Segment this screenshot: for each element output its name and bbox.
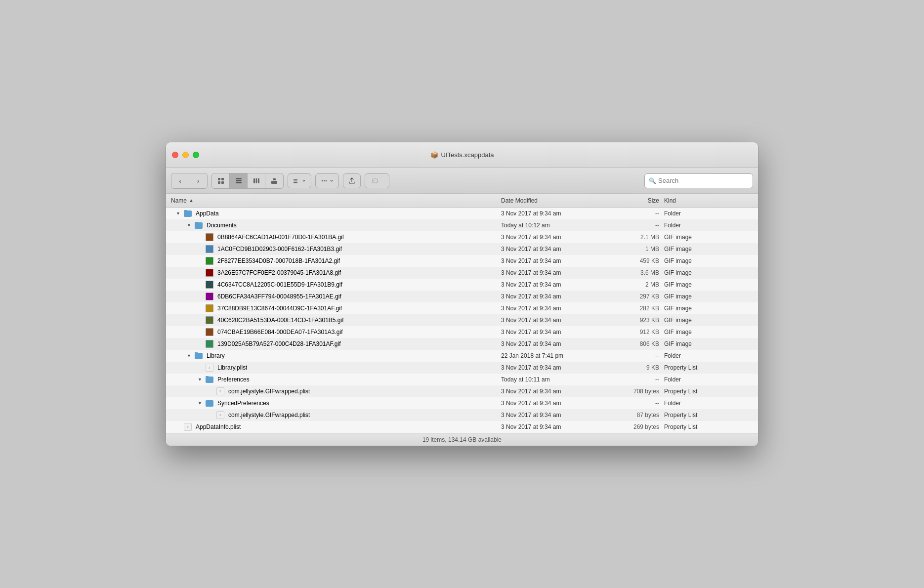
file-kind: Property List	[664, 423, 753, 430]
list-item[interactable]: ≡ com.jellystyle.GIFwrapped.plist 3 Nov …	[166, 385, 758, 397]
list-item[interactable]: ▼ Documents Today at 10:12 am--Folder	[166, 219, 758, 231]
list-item[interactable]: 2F8277EE3534D0B7-0007018B-1FA301A2.gif 3…	[166, 255, 758, 267]
file-date: 3 Nov 2017 at 9:34 am	[501, 305, 610, 312]
file-kind: Folder	[664, 352, 753, 359]
file-date: 3 Nov 2017 at 9:34 am	[501, 364, 610, 371]
file-date: 3 Nov 2017 at 9:34 am	[501, 269, 610, 276]
list-item[interactable]: 37C88DB9E13C8674-00044D9C-1FA301AF.gif 3…	[166, 302, 758, 314]
list-item[interactable]: 40C620C2BA5153DA-000E14CD-1FA301B5.gif 3…	[166, 314, 758, 326]
list-item[interactable]: 0B8864AFC6CAD1A0-001F70D0-1FA301BA.gif 3…	[166, 231, 758, 243]
file-kind: GIF image	[664, 329, 753, 336]
disclosure-triangle[interactable]: ▼	[198, 377, 204, 382]
list-item[interactable]: 3A26E57C7FCF0EF2-00379045-1FA301A8.gif 3…	[166, 267, 758, 279]
arrange-button[interactable]	[288, 173, 311, 188]
file-size: --	[610, 400, 664, 407]
size-column-header[interactable]: Size	[610, 197, 664, 204]
file-kind: Folder	[664, 400, 753, 407]
kind-column-header[interactable]: Kind	[664, 197, 753, 204]
svg-rect-6	[236, 182, 242, 183]
file-date: 3 Nov 2017 at 9:34 am	[501, 210, 610, 217]
file-kind: GIF image	[664, 246, 753, 252]
list-item[interactable]: ▼ Preferences Today at 10:11 am--Folder	[166, 374, 758, 385]
file-name: 4C6347CC8A12205C-001E55D9-1FA301B9.gif	[217, 281, 342, 288]
disclosure-triangle[interactable]: ▼	[198, 401, 204, 406]
file-name: SyncedPreferences	[217, 400, 269, 407]
gif-icon	[206, 245, 213, 253]
date-column-header[interactable]: Date Modified	[501, 197, 610, 204]
disclosure-triangle[interactable]: ▼	[176, 211, 182, 216]
file-kind: GIF image	[664, 234, 753, 241]
svg-point-16	[322, 180, 323, 181]
svg-rect-2	[218, 181, 220, 184]
plist-icon: ≡	[216, 387, 224, 395]
gif-icon	[206, 340, 213, 348]
action-button[interactable]	[315, 173, 339, 188]
file-kind: GIF image	[664, 257, 753, 264]
tag-button[interactable]	[365, 173, 389, 188]
column-view-button[interactable]	[248, 173, 265, 188]
file-date: 3 Nov 2017 at 9:34 am	[501, 400, 610, 407]
list-item[interactable]: ▼ Library 22 Jan 2018 at 7:41 pm--Folder	[166, 350, 758, 362]
list-item[interactable]: ≡ AppDataInfo.plist 3 Nov 2017 at 9:34 a…	[166, 421, 758, 433]
list-view-button[interactable]	[230, 173, 248, 188]
list-item[interactable]: 1AC0FCD9B1D02903-000F6162-1FA301B3.gif 3…	[166, 243, 758, 255]
file-name-cell: 1AC0FCD9B1D02903-000F6162-1FA301B3.gif	[171, 245, 501, 253]
file-name: 074CBAE19B66E084-000DEA07-1FA301A3.gif	[217, 329, 343, 336]
list-item[interactable]: ▼ SyncedPreferences 3 Nov 2017 at 9:34 a…	[166, 397, 758, 409]
file-kind: GIF image	[664, 305, 753, 312]
minimize-button[interactable]	[182, 152, 189, 158]
file-kind: GIF image	[664, 317, 753, 324]
traffic-lights	[172, 152, 199, 158]
back-button[interactable]: ‹	[171, 173, 189, 188]
svg-point-15	[324, 180, 325, 181]
file-name-cell: ≡ com.jellystyle.GIFwrapped.plist	[171, 387, 501, 395]
file-name-cell: ≡ AppDataInfo.plist	[171, 423, 501, 431]
list-item[interactable]: 4C6347CC8A12205C-001E55D9-1FA301B9.gif 3…	[166, 279, 758, 291]
disclosure-triangle[interactable]: ▼	[187, 223, 193, 228]
file-kind: Folder	[664, 376, 753, 383]
file-kind: GIF image	[664, 340, 753, 347]
list-item[interactable]: 074CBAE19B66E084-000DEA07-1FA301A3.gif 3…	[166, 326, 758, 338]
file-kind: GIF image	[664, 269, 753, 276]
file-kind: GIF image	[664, 293, 753, 300]
svg-point-17	[326, 180, 327, 181]
window-title-area: 📦 UITests.xcappdata	[430, 151, 494, 159]
file-kind: Folder	[664, 222, 753, 229]
list-item[interactable]: 139D025A5B79A527-000C4D28-1FA301AF.gif 3…	[166, 338, 758, 350]
list-item[interactable]: ≡ Library.plist 3 Nov 2017 at 9:34 am9 K…	[166, 362, 758, 374]
icon-view-button[interactable]	[212, 173, 230, 188]
file-name: Documents	[207, 222, 237, 229]
file-name: com.jellystyle.GIFwrapped.plist	[228, 388, 310, 395]
name-column-header[interactable]: Name ▲	[171, 197, 501, 204]
file-date: 3 Nov 2017 at 9:34 am	[501, 257, 610, 264]
file-name: 0B8864AFC6CAD1A0-001F70D0-1FA301BA.gif	[217, 234, 344, 241]
file-size: 2.1 MB	[610, 234, 664, 241]
svg-rect-14	[294, 182, 297, 183]
forward-button[interactable]: ›	[189, 173, 207, 188]
svg-rect-7	[253, 178, 255, 183]
close-button[interactable]	[172, 152, 178, 158]
share-button[interactable]	[343, 173, 361, 188]
file-kind: Property List	[664, 388, 753, 395]
file-size: --	[610, 210, 664, 217]
gif-icon	[206, 304, 213, 312]
gallery-view-button[interactable]	[265, 173, 283, 188]
search-bar[interactable]: 🔍	[644, 173, 753, 188]
search-input[interactable]	[658, 177, 749, 184]
maximize-button[interactable]	[193, 152, 199, 158]
svg-rect-11	[273, 178, 276, 180]
list-item[interactable]: 6DB6CFA34A3FF794-00048955-1FA301AE.gif 3…	[166, 291, 758, 302]
document-icon: 📦	[430, 151, 438, 159]
file-name: 139D025A5B79A527-000C4D28-1FA301AF.gif	[217, 340, 341, 347]
list-item[interactable]: ▼ AppData 3 Nov 2017 at 9:34 am--Folder	[166, 208, 758, 219]
file-date: 3 Nov 2017 at 9:34 am	[501, 293, 610, 300]
file-name-cell: ≡ Library.plist	[171, 364, 501, 372]
window-title: UITests.xcappdata	[441, 151, 494, 159]
file-size: 269 bytes	[610, 423, 664, 430]
toolbar: ‹ ›	[166, 168, 758, 194]
file-name: 37C88DB9E13C8674-00044D9C-1FA301AF.gif	[217, 305, 342, 312]
file-name: AppData	[196, 210, 219, 217]
disclosure-triangle[interactable]: ▼	[187, 353, 193, 358]
list-item[interactable]: ≡ com.jellystyle.GIFwrapped.plist 3 Nov …	[166, 409, 758, 421]
view-options	[211, 173, 284, 189]
